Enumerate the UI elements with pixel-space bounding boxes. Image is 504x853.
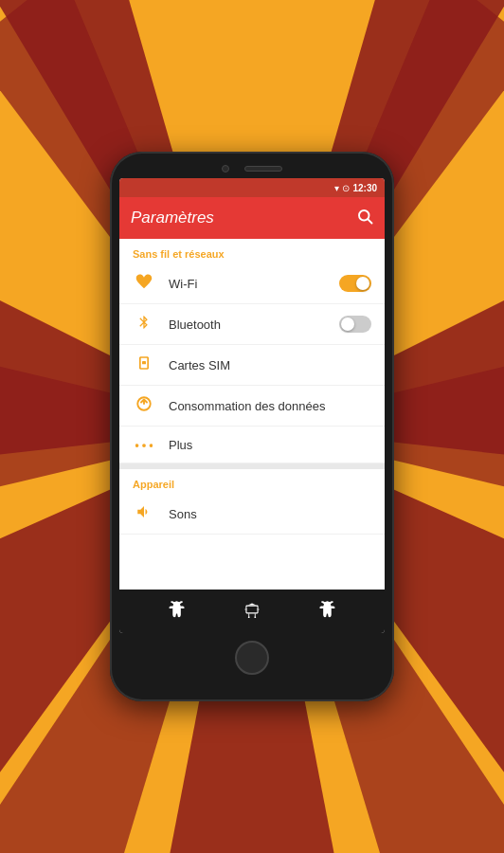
svg-point-18 <box>135 444 138 447</box>
bluetooth-toggle[interactable] <box>339 316 371 333</box>
status-icons: ▾ ⊙ 12:30 <box>334 183 377 193</box>
battery-icon: ⊙ <box>342 183 350 193</box>
settings-item-wifi[interactable]: Wi-Fi <box>119 263 385 304</box>
phone-bottom <box>119 641 385 675</box>
wifi-toggle-knob <box>356 277 369 290</box>
data-icon <box>133 395 155 416</box>
more-label: Plus <box>169 438 371 452</box>
nav-horse-left[interactable] <box>166 599 187 625</box>
status-bar: ▾ ⊙ 12:30 <box>119 178 385 197</box>
nav-horse-right[interactable] <box>317 599 338 625</box>
settings-item-data[interactable]: Consommation des données <box>119 386 385 426</box>
more-icon <box>133 436 155 453</box>
phone-sensors <box>119 165 385 172</box>
settings-content: Sans fil et réseaux Wi-Fi <box>119 239 385 590</box>
sound-label: Sons <box>169 507 371 521</box>
data-label: Consommation des données <box>169 399 371 413</box>
svg-line-15 <box>368 219 371 223</box>
settings-item-bluetooth[interactable]: Bluetooth <box>119 304 385 345</box>
svg-marker-23 <box>248 603 257 605</box>
bluetooth-label: Bluetooth <box>169 318 326 332</box>
page-title: Paramètres <box>131 209 214 227</box>
bluetooth-toggle-knob <box>341 318 354 331</box>
svg-point-26 <box>248 616 250 618</box>
svg-rect-16 <box>142 361 146 364</box>
settings-item-sound[interactable]: Sons <box>119 494 385 535</box>
wifi-toggle[interactable] <box>339 275 371 292</box>
svg-point-20 <box>150 444 153 447</box>
status-time: 12:30 <box>352 183 377 193</box>
svg-rect-22 <box>246 606 257 612</box>
section-header-wireless: Sans fil et réseaux <box>119 239 385 263</box>
sim-icon <box>133 354 155 375</box>
section-header-device: Appareil <box>119 469 385 494</box>
nav-carousel[interactable] <box>241 599 263 625</box>
svg-point-27 <box>254 616 256 618</box>
sound-icon <box>133 503 155 524</box>
search-button[interactable] <box>356 208 373 229</box>
phone-speaker <box>244 166 282 172</box>
bottom-nav <box>119 590 385 633</box>
phone-camera <box>222 165 229 172</box>
app-bar: Paramètres <box>119 197 385 239</box>
home-button[interactable] <box>235 641 269 675</box>
phone-frame: ▾ ⊙ 12:30 Paramètres Sans fil et réseaux <box>110 152 394 701</box>
settings-item-more[interactable]: Plus <box>119 426 385 463</box>
wifi-icon <box>133 273 155 294</box>
wifi-label: Wi-Fi <box>169 277 326 291</box>
settings-item-sim[interactable]: Cartes SIM <box>119 345 385 386</box>
wifi-status-icon: ▾ <box>334 183 339 193</box>
sim-label: Cartes SIM <box>169 358 371 372</box>
svg-point-19 <box>142 444 146 447</box>
bluetooth-icon <box>133 314 155 335</box>
phone-screen: ▾ ⊙ 12:30 Paramètres Sans fil et réseaux <box>119 178 385 633</box>
